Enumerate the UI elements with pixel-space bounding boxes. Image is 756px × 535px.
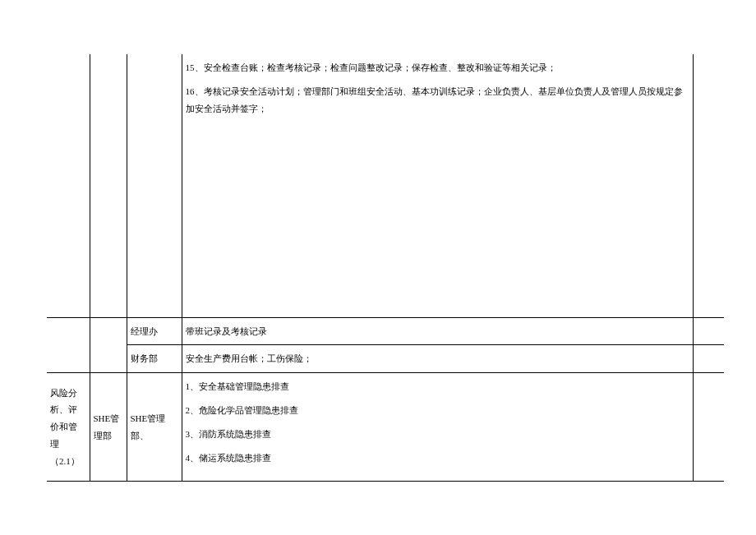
cell-extra-4 — [693, 373, 724, 482]
table-row: 15、安全检查台账；检查考核记录；检查问题整改记录；保存检查、整改和验证等相关记… — [47, 54, 724, 317]
cell-extra-3 — [693, 345, 724, 373]
content-line: 4、储运系统隐患排查 — [186, 450, 689, 467]
cell-content-3: 安全生产费用台帐；工伤保险； — [182, 345, 693, 373]
cell-extra-1 — [693, 54, 724, 317]
table-row: 经理办 带班记录及考核记录 — [47, 317, 724, 345]
content-line: 2、危险化学品管理隐患排查 — [186, 402, 689, 419]
cell-dept-4: SHE管理部、 — [127, 373, 182, 482]
cell-dept-cont — [127, 54, 182, 317]
content-line: 16、考核记录安全活动计划；管理部门和班组安全活动、基本功训练记录；企业负责人、… — [186, 83, 689, 118]
cell-cat-blank — [47, 317, 90, 345]
cell-content-2: 带班记录及考核记录 — [182, 317, 693, 345]
cell-owner-4: SHE管理部 — [90, 373, 127, 482]
cell-extra-2 — [693, 317, 724, 345]
table-row: 风险分析、评价和管理（2.1） SHE管理部 SHE管理部、 1、安全基础管理隐… — [47, 373, 724, 482]
content-line: 15、安全检查台账；检查考核记录；检查问题整改记录；保存检查、整改和验证等相关记… — [186, 59, 689, 76]
content-line: 1、安全基础管理隐患排查 — [186, 378, 689, 395]
cell-owner-blank — [90, 317, 127, 345]
cell-cat-4: 风险分析、评价和管理（2.1） — [47, 373, 90, 482]
table-row: 财务部 安全生产费用台帐；工伤保险； — [47, 345, 724, 373]
cell-owner-cont — [90, 54, 127, 317]
cell-cat-blank2 — [47, 345, 90, 373]
content-line: 3、消防系统隐患排查 — [186, 426, 689, 443]
cell-cat-cont — [47, 54, 90, 317]
cell-dept-2: 经理办 — [127, 317, 182, 345]
main-table: 15、安全检查台账；检查考核记录；检查问题整改记录；保存检查、整改和验证等相关记… — [47, 54, 724, 482]
document-page: 15、安全检查台账；检查考核记录；检查问题整改记录；保存检查、整改和验证等相关记… — [0, 0, 756, 535]
cell-dept-3: 财务部 — [127, 345, 182, 373]
cell-content-4: 1、安全基础管理隐患排查 2、危险化学品管理隐患排查 3、消防系统隐患排查 4、… — [182, 373, 693, 482]
cell-content-1: 15、安全检查台账；检查考核记录；检查问题整改记录；保存检查、整改和验证等相关记… — [182, 54, 693, 317]
cell-owner-blank2 — [90, 345, 127, 373]
